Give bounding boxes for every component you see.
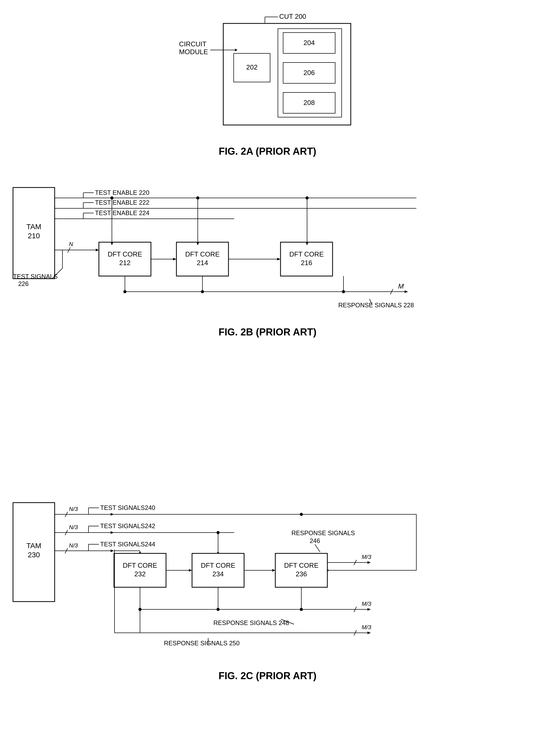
fig2b-caption: FIG. 2B (PRIOR ART) xyxy=(0,327,535,338)
svg-point-66 xyxy=(201,290,204,293)
svg-text:N/3: N/3 xyxy=(69,506,78,512)
svg-text:212: 212 xyxy=(119,259,130,267)
svg-marker-105 xyxy=(189,569,192,572)
svg-text:202: 202 xyxy=(246,63,257,71)
svg-text:226: 226 xyxy=(18,280,29,287)
svg-text:M/3: M/3 xyxy=(362,624,371,630)
svg-marker-110 xyxy=(272,569,275,572)
svg-point-76 xyxy=(305,197,309,199)
svg-text:TEST ENABLE 224: TEST ENABLE 224 xyxy=(95,209,149,216)
svg-text:204: 204 xyxy=(303,39,315,46)
svg-text:N/3: N/3 xyxy=(69,524,78,530)
svg-marker-43 xyxy=(96,249,99,251)
fig2c-section: TAM 230 N/3 TEST SIGNALS240 N/3 TEST SIG… xyxy=(0,476,535,681)
svg-text:DFT CORE: DFT CORE xyxy=(284,561,319,569)
fig2c-diagram: TAM 230 N/3 TEST SIGNALS240 N/3 TEST SIG… xyxy=(0,476,494,667)
svg-text:M/3: M/3 xyxy=(362,554,371,560)
svg-text:DFT CORE: DFT CORE xyxy=(289,250,324,258)
svg-line-125 xyxy=(315,544,320,552)
svg-marker-145 xyxy=(367,631,371,634)
svg-text:CIRCUIT: CIRCUIT xyxy=(179,40,207,48)
svg-point-74 xyxy=(110,197,113,199)
svg-text:236: 236 xyxy=(296,570,307,578)
page: CUT 200 CIRCUIT MODULE 202 204 206 208 F… xyxy=(0,0,535,756)
svg-marker-128 xyxy=(367,561,371,564)
svg-text:DFT CORE: DFT CORE xyxy=(201,561,235,569)
svg-marker-25 xyxy=(196,242,199,245)
svg-marker-97 xyxy=(111,550,114,552)
svg-marker-59 xyxy=(277,258,280,260)
svg-text:M: M xyxy=(398,282,404,290)
fig2b-diagram: TAM 210 TEST ENABLE 220 TEST ENABLE 222 xyxy=(0,172,494,323)
svg-text:RESPONSE SIGNALS 228: RESPONSE SIGNALS 228 xyxy=(338,302,414,309)
svg-marker-23 xyxy=(111,242,113,245)
fig2a-section: CUT 200 CIRCUIT MODULE 202 204 206 208 F… xyxy=(0,8,535,157)
svg-text:N/3: N/3 xyxy=(69,542,78,549)
svg-text:RESPONSE SIGNALS: RESPONSE SIGNALS xyxy=(292,529,355,536)
svg-marker-139 xyxy=(367,608,371,611)
svg-text:210: 210 xyxy=(28,232,40,240)
svg-text:234: 234 xyxy=(212,570,224,578)
svg-text:DFT CORE: DFT CORE xyxy=(123,561,157,569)
svg-text:230: 230 xyxy=(28,551,40,559)
svg-text:TEST ENABLE 220: TEST ENABLE 220 xyxy=(95,189,149,196)
svg-rect-3 xyxy=(223,23,351,125)
svg-text:MODULE: MODULE xyxy=(179,48,208,56)
svg-point-65 xyxy=(123,290,127,293)
svg-text:216: 216 xyxy=(301,259,312,267)
svg-point-134 xyxy=(216,608,220,611)
svg-text:RESPONSE SIGNALS 250: RESPONSE SIGNALS 250 xyxy=(164,640,239,647)
fig2b-section: TAM 210 TEST ENABLE 220 TEST ENABLE 222 xyxy=(0,172,535,338)
svg-text:TAM: TAM xyxy=(26,542,41,550)
svg-text:DFT CORE: DFT CORE xyxy=(108,250,142,258)
svg-text:CUT 200: CUT 200 xyxy=(279,13,306,20)
svg-text:TEST SIGNALS: TEST SIGNALS xyxy=(13,273,58,280)
svg-text:N: N xyxy=(69,241,73,247)
fig2c-caption: FIG. 2C (PRIOR ART) xyxy=(0,670,535,681)
svg-text:TAM: TAM xyxy=(26,223,41,231)
fig2a-diagram: CUT 200 CIRCUIT MODULE 202 204 206 208 xyxy=(177,8,358,141)
svg-text:206: 206 xyxy=(303,69,315,76)
svg-text:232: 232 xyxy=(134,570,146,578)
svg-point-119 xyxy=(216,531,220,534)
svg-marker-52 xyxy=(173,258,177,260)
svg-point-155 xyxy=(300,513,303,516)
svg-marker-70 xyxy=(405,290,408,293)
svg-marker-27 xyxy=(306,242,308,245)
svg-marker-7 xyxy=(235,49,238,51)
fig2a-caption: FIG. 2A (PRIOR ART) xyxy=(219,146,316,157)
svg-point-75 xyxy=(196,197,199,199)
svg-text:TEST SIGNALS244: TEST SIGNALS244 xyxy=(100,541,155,548)
svg-text:TEST SIGNALS242: TEST SIGNALS242 xyxy=(100,522,155,529)
svg-text:TEST ENABLE 222: TEST ENABLE 222 xyxy=(95,199,149,206)
svg-text:214: 214 xyxy=(197,259,208,267)
svg-text:246: 246 xyxy=(310,537,320,544)
svg-text:DFT CORE: DFT CORE xyxy=(185,250,220,258)
svg-text:M/3: M/3 xyxy=(362,600,371,607)
svg-text:208: 208 xyxy=(303,99,315,106)
svg-text:TEST SIGNALS240: TEST SIGNALS240 xyxy=(100,504,155,511)
svg-text:RESPONSE SIGNALS 248: RESPONSE SIGNALS 248 xyxy=(213,619,289,626)
